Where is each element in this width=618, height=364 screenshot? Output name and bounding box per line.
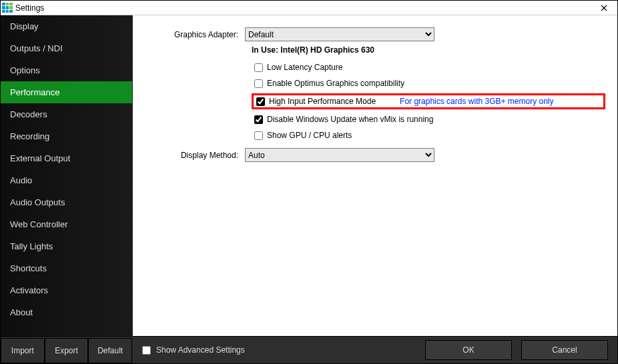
display-method-select[interactable]: Auto: [245, 148, 434, 162]
sidebar-footer: Import Export Default: [1, 337, 132, 363]
app-icon: [2, 3, 13, 13]
sidebar-item-web-controller[interactable]: Web Controller: [1, 213, 132, 235]
sidebar-item-performance[interactable]: Performance: [1, 81, 132, 103]
titlebar: Settings: [1, 1, 617, 15]
close-button[interactable]: [591, 1, 617, 15]
high-input-label: High Input Performance Mode: [269, 97, 376, 106]
sidebar-item-display[interactable]: Display: [1, 15, 132, 37]
import-button[interactable]: Import: [1, 338, 45, 363]
high-input-checkbox[interactable]: [256, 97, 265, 106]
high-input-hint: For graphics cards with 3GB+ memory only: [400, 97, 553, 106]
low-latency-checkbox[interactable]: [254, 63, 263, 72]
sidebar-item-decoders[interactable]: Decoders: [1, 103, 132, 125]
sidebar: Display Outputs / NDI Options Performanc…: [1, 15, 133, 363]
ok-button[interactable]: OK: [425, 340, 512, 360]
row-show-alerts: Show GPU / CPU alerts: [252, 129, 605, 141]
row-high-input-performance: High Input Performance Mode For graphics…: [252, 93, 605, 109]
disable-update-checkbox[interactable]: [254, 115, 263, 124]
show-alerts-checkbox[interactable]: [254, 131, 263, 140]
in-use-value: Intel(R) HD Graphics 630: [280, 45, 374, 55]
default-button[interactable]: Default: [88, 338, 132, 363]
sidebar-item-audio-outputs[interactable]: Audio Outputs: [1, 191, 132, 213]
disable-update-label: Disable Windows Update when vMix is runn…: [267, 115, 433, 124]
sidebar-item-about[interactable]: About: [1, 301, 132, 323]
sidebar-item-external-output[interactable]: External Output: [1, 147, 132, 169]
sidebar-item-recording[interactable]: Recording: [1, 125, 132, 147]
export-button[interactable]: Export: [45, 338, 89, 363]
sidebar-item-options[interactable]: Options: [1, 59, 132, 81]
in-use-prefix: In Use:: [252, 45, 280, 55]
row-low-latency: Low Latency Capture: [252, 61, 605, 73]
low-latency-label: Low Latency Capture: [267, 63, 342, 72]
sidebar-item-outputs-ndi[interactable]: Outputs / NDI: [1, 37, 132, 59]
sidebar-item-audio[interactable]: Audio: [1, 169, 132, 191]
optimus-checkbox[interactable]: [254, 79, 263, 88]
sidebar-items: Display Outputs / NDI Options Performanc…: [1, 15, 132, 337]
sidebar-item-tally-lights[interactable]: Tally Lights: [1, 235, 132, 257]
settings-window: Settings Display Outputs / NDI Options P…: [0, 0, 618, 364]
row-display-method: Display Method: Auto: [145, 148, 605, 162]
body-area: Display Outputs / NDI Options Performanc…: [1, 15, 617, 363]
main-panel: Graphics Adapter: Default In Use: Intel(…: [133, 15, 617, 363]
advanced-settings-group: Show Advanced Settings: [142, 345, 245, 355]
sidebar-item-activators[interactable]: Activators: [1, 279, 132, 301]
sidebar-item-shortcuts[interactable]: Shortcuts: [1, 257, 132, 279]
cancel-button[interactable]: Cancel: [521, 340, 608, 360]
window-title: Settings: [15, 3, 44, 13]
bottom-bar: Show Advanced Settings OK Cancel: [133, 336, 617, 363]
graphics-adapter-select[interactable]: Default: [245, 27, 434, 41]
close-icon: [601, 5, 607, 11]
row-disable-update: Disable Windows Update when vMix is runn…: [252, 113, 605, 125]
advanced-settings-label: Show Advanced Settings: [156, 345, 245, 355]
advanced-settings-checkbox[interactable]: [142, 346, 151, 355]
optimus-label: Enable Optimus Graphics compatibility: [267, 79, 404, 88]
in-use-text: In Use: Intel(R) HD Graphics 630: [252, 45, 605, 55]
label-display-method: Display Method:: [145, 151, 245, 160]
row-graphics-adapter: Graphics Adapter: Default: [145, 27, 605, 41]
label-graphics-adapter: Graphics Adapter:: [145, 30, 245, 39]
main-content: Graphics Adapter: Default In Use: Intel(…: [133, 15, 617, 336]
show-alerts-label: Show GPU / CPU alerts: [267, 131, 352, 140]
row-optimus: Enable Optimus Graphics compatibility: [252, 77, 605, 89]
